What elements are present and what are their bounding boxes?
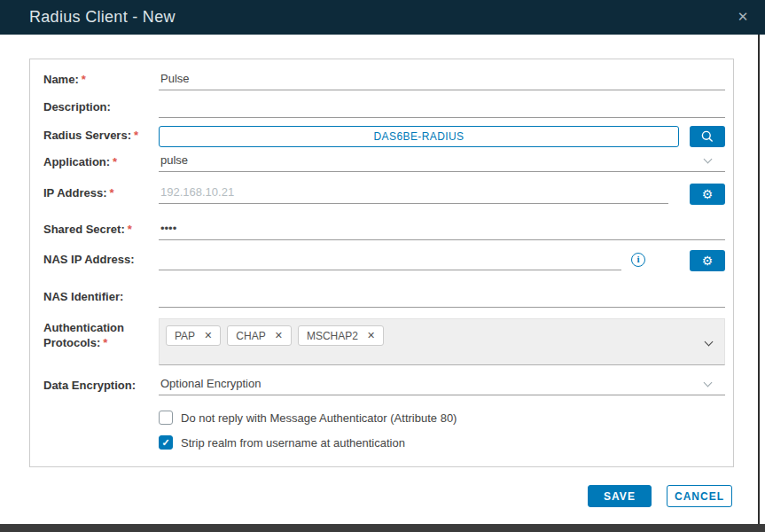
radius-servers-value: DAS6BE-RADIUS [374,130,464,143]
tag-label: PAP [175,330,195,342]
shared-secret-input[interactable] [159,221,725,240]
ip-address-row: IP Address:* ⚙ [43,184,725,204]
window-bottom-border [0,524,765,532]
cancel-button[interactable]: CANCEL [667,485,732,507]
strip-realm-checkbox[interactable]: ✓ [159,435,173,450]
chevron-down-icon [704,379,713,387]
nas-ip-address-input[interactable] [159,251,621,270]
authentication-protocols-multiselect[interactable]: PAP ✕ CHAP ✕ MSCHAP2 ✕ [159,318,725,365]
remove-tag-icon[interactable]: ✕ [204,330,212,341]
ip-address-settings-button[interactable]: ⚙ [690,184,725,205]
dialog-title: Radius Client - New [29,8,176,27]
chevron-down-icon [704,155,713,164]
dialog-titlebar: Radius Client - New ✕ [0,0,765,35]
data-encryption-value: Optional Encryption [160,377,261,390]
required-marker: * [110,186,114,200]
name-input[interactable] [159,71,725,90]
window-right-border [758,35,760,524]
info-icon[interactable]: i [631,253,645,267]
required-marker: * [134,129,138,142]
radius-servers-row: Radius Servers:* DAS6BE-RADIUS [43,126,725,147]
search-icon [700,129,714,144]
gear-icon: ⚙ [702,188,714,200]
application-row: Application:* pulse [43,153,725,172]
name-row: Name:* [43,70,725,90]
remove-tag-icon[interactable]: ✕ [275,330,283,341]
nas-ip-address-label: NAS IP Address: [43,250,159,267]
shared-secret-row: Shared Secret:* [43,220,725,240]
radius-servers-label: Radius Servers:* [43,126,159,143]
nas-identifier-label: NAS Identifier: [43,287,159,304]
description-row: Description: [43,98,725,118]
nas-ip-settings-button[interactable]: ⚙ [690,250,725,271]
shared-secret-label: Shared Secret:* [43,220,159,237]
application-value: pulse [160,153,188,167]
protocol-tag-pap: PAP ✕ [166,325,221,346]
ip-address-label: IP Address:* [43,184,159,200]
remove-tag-icon[interactable]: ✕ [367,330,375,341]
authentication-protocols-label: Authentication Protocols:* [43,318,159,350]
tag-label: MSCHAP2 [307,330,358,342]
save-button[interactable]: SAVE [588,485,652,507]
description-label: Description: [43,98,159,114]
data-encryption-select[interactable]: Optional Encryption [159,376,725,395]
protocol-tags: PAP ✕ CHAP ✕ MSCHAP2 ✕ [166,325,724,346]
nas-identifier-row: NAS Identifier: [43,287,725,308]
required-marker: * [103,336,107,349]
nas-ip-address-row: NAS IP Address: i ⚙ [43,250,725,270]
application-select[interactable]: pulse [159,153,725,172]
nas-identifier-input[interactable] [159,288,725,308]
data-encryption-row: Data Encryption: Optional Encryption [43,376,725,395]
close-icon[interactable]: ✕ [733,7,753,27]
protocol-tag-chap: CHAP ✕ [227,325,292,346]
required-marker: * [82,73,86,86]
radius-client-form-panel: Name:* Description: Radius Servers:* DAS… [29,59,734,467]
required-marker: * [128,223,132,236]
application-label: Application:* [43,153,159,169]
message-authenticator-label: Do not reply with Message Authenticator … [181,411,457,425]
data-encryption-label: Data Encryption: [43,376,159,393]
dialog-footer: SAVE CANCEL [588,485,732,507]
description-input[interactable] [159,98,725,118]
radius-servers-value-box[interactable]: DAS6BE-RADIUS [159,126,679,147]
protocol-tag-mschap2: MSCHAP2 ✕ [298,325,384,346]
message-authenticator-checkbox[interactable] [159,411,173,425]
required-marker: * [113,155,117,168]
name-label: Name:* [43,70,159,87]
gear-icon: ⚙ [702,254,714,267]
strip-realm-row: ✓ Strip realm from username at authentic… [43,435,725,455]
radius-servers-search-button[interactable] [690,126,725,147]
message-authenticator-row: Do not reply with Message Authenticator … [43,411,725,430]
authentication-protocols-row: Authentication Protocols:* PAP ✕ CHAP ✕ … [43,318,725,365]
tag-label: CHAP [236,330,265,342]
ip-address-input[interactable] [159,184,668,204]
strip-realm-label: Strip realm from username at authenticat… [181,436,405,450]
